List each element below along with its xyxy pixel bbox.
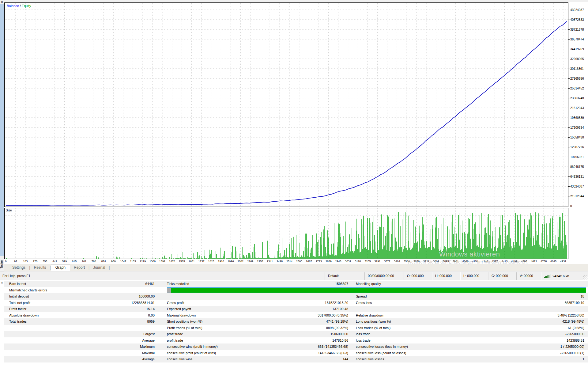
x-axis-tick-label: 2687 — [306, 260, 312, 263]
report-value-2: 147810.86 — [283, 337, 348, 344]
status-help-text: For Help, press F1 — [2, 274, 30, 278]
x-axis-tick-label: 788 — [92, 260, 96, 263]
status-low[interactable]: L: 000.000 — [460, 272, 488, 280]
y-axis-tick — [568, 88, 570, 89]
y-axis-tick — [568, 108, 570, 108]
y-axis-tick — [568, 147, 570, 147]
y-axis-tick — [568, 118, 570, 118]
x-axis-tick-label: 1478 — [169, 260, 175, 263]
report-label-2: consecutive wins — [155, 356, 283, 362]
report-row[interactable]: Profit trades (% of total)8898 (99.32%)L… — [4, 325, 588, 331]
x-axis-tick-label: 874 — [101, 260, 106, 263]
report-value-2: 8898 (99.32%) — [283, 325, 348, 331]
tab-graph[interactable]: Graph — [51, 264, 70, 271]
strategy-tester-window: x Tester Balance/Equity 4302408740872883… — [0, 0, 588, 368]
report-row[interactable]: Total trades8959Short positions (won %)4… — [4, 318, 588, 325]
report-value-2: 144 — [283, 356, 348, 362]
status-datetime[interactable]: 00/00/0000 00:00 — [364, 272, 404, 280]
report-value-1: 0.00 — [99, 312, 155, 319]
legend-separator: / — [19, 4, 22, 8]
report-row[interactable]: Bars in test64461Ticks modelled1593697Mo… — [4, 281, 588, 287]
report-value-3: -1423888.51 — [471, 337, 588, 344]
x-axis-tick-label: 1651 — [189, 260, 195, 263]
status-bar: For Help, press F1 Default00/00/0000 00:… — [0, 271, 588, 280]
report-label-3: Long positions (won %) — [348, 318, 471, 325]
status-high[interactable]: H: 000.000 — [432, 272, 460, 280]
report-value-1: Maximum — [99, 343, 155, 350]
y-axis-tick-label: 12907226 — [570, 146, 584, 149]
status-volume[interactable]: V: 00000 — [516, 272, 541, 280]
y-axis-tick — [568, 39, 570, 40]
report-label-2: profit trade — [155, 337, 283, 344]
report-row[interactable]: Maximumconsecutive wins (profit in money… — [4, 343, 588, 350]
y-axis-tick-label: 21512043 — [570, 106, 584, 110]
report-label-3: loss trade — [348, 337, 471, 344]
report-label-3: Loss trades (% of total) — [348, 325, 471, 331]
legend-balance-label: Balance — [7, 4, 19, 8]
x-axis-tick-label: 529 — [62, 260, 67, 263]
tab-separator: | — [109, 265, 110, 270]
report-row[interactable]: Absolute drawdown0.00Maximal drawdown301… — [4, 312, 588, 319]
report-row[interactable]: Mismatched charts errors — [4, 287, 588, 294]
x-axis-tick-label: 2255 — [257, 260, 263, 263]
report-value-2: 663 (141353466.68) — [283, 343, 348, 350]
y-axis-tick — [568, 157, 570, 157]
x-axis-tick-label: 97 — [14, 260, 17, 263]
y-axis-tick-label: 10756021 — [570, 155, 584, 159]
report-label-1 — [4, 331, 99, 337]
report-close-icon[interactable]: x — [0, 281, 4, 284]
tab-settings[interactable]: Settings — [9, 264, 29, 271]
report-label-3: loss trade — [348, 331, 471, 337]
report-value-1: Largest — [99, 331, 155, 337]
report-value-3 — [471, 281, 588, 287]
report-label-1 — [4, 356, 99, 362]
x-axis-tick-label: 2946 — [335, 260, 341, 263]
tester-scroll-strip[interactable] — [0, 4, 4, 263]
y-axis-tick-label: 43024087 — [570, 185, 584, 188]
report-label-2: consecutive profit (count of wins) — [155, 350, 283, 356]
x-axis-tick-label: 1823 — [208, 260, 214, 263]
resize-grip-icon[interactable] — [583, 275, 588, 280]
report-row[interactable]: Profit factor15.14Expected payoff137109.… — [4, 306, 588, 312]
report-value-3: 61 (0.68%) — [471, 325, 588, 331]
y-axis-tick — [568, 29, 570, 30]
tab-report[interactable]: Report — [70, 264, 89, 271]
report-row[interactable]: Initial deposit100000.00Spread18 — [4, 293, 588, 300]
report-label-1 — [4, 350, 99, 356]
report-value-1: 8959 — [99, 318, 155, 325]
tester-tab-bar: Settings|Results|GraphReport|Journal| — [4, 264, 588, 271]
x-axis-tick-label: 4758 — [541, 260, 547, 263]
report-label-2: Maximal drawdown — [155, 312, 283, 319]
report-label-2 — [155, 293, 283, 300]
report-label-3: consecutive losses (loss in money) — [348, 343, 471, 350]
report-label-2: Gross profit — [155, 300, 283, 306]
x-axis-tick-label: 356 — [43, 260, 47, 263]
report-value-3: -86857199.19 — [471, 300, 588, 306]
report-row[interactable]: Maximalconsecutive profit (count of wins… — [4, 350, 588, 356]
y-axis-tick-label: 25814452 — [570, 87, 584, 90]
report-value-1: 15.14 — [99, 306, 155, 312]
report-value-3: 3.48% (12258.80) — [471, 312, 588, 319]
report-value-1: Average — [99, 356, 155, 362]
status-close[interactable]: C: 000.000 — [488, 272, 516, 280]
report-label-1 — [4, 325, 99, 331]
report-label-1: Profit factor — [4, 306, 99, 312]
tab-journal[interactable]: Journal — [89, 264, 109, 271]
report-row[interactable]: Averageconsecutive wins144consecutive lo… — [4, 356, 588, 362]
report-row[interactable]: Largestprofit trade1506000.00loss trade-… — [4, 331, 588, 337]
x-axis-tick-label: 2169 — [247, 260, 253, 263]
status-profile[interactable]: Default — [325, 272, 364, 280]
report-row[interactable]: Total net profit1228363814.01Gross profi… — [4, 300, 588, 306]
status-memory[interactable]: 2434/16 kb — [541, 272, 581, 280]
report-row[interactable]: Averageprofit trade147810.86loss trade-1… — [4, 337, 588, 344]
tab-results[interactable]: Results — [30, 264, 50, 271]
quality-progress-bar — [167, 287, 586, 293]
report-value-2: 137109.48 — [283, 306, 348, 312]
x-axis-tick-label: 2428 — [277, 260, 283, 263]
tester-close-icon[interactable]: x — [0, 0, 4, 4]
y-axis-tick-label: 43024087 — [570, 8, 584, 12]
status-open[interactable]: O: 000.000 — [404, 272, 432, 280]
report-value-2: 3017000.00 (0.35%) — [283, 312, 348, 319]
x-axis-tick-label: 1392 — [159, 260, 165, 263]
report-value-2: 1315221013.20 — [283, 300, 348, 306]
